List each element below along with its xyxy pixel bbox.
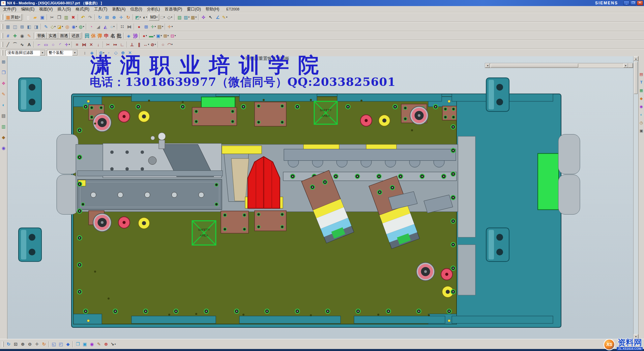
materials-icon[interactable]: ◆ [1, 134, 6, 140]
snap-settings-button[interactable]: # [4, 32, 11, 39]
constraints-button-dropdown[interactable]: ▾ [195, 16, 197, 19]
rotate-button[interactable]: ↻ [40, 341, 48, 348]
revolve-button[interactable]: ◎ [64, 23, 71, 30]
edge-display-button[interactable]: ◇▾ [166, 14, 173, 21]
show-hide-button[interactable]: ◉ [19, 32, 26, 39]
fit-view-button[interactable]: ⊞ [104, 14, 111, 21]
move-component-button-dropdown[interactable]: ▾ [155, 25, 156, 28]
menu-edit[interactable]: 编辑(E) [19, 6, 37, 12]
view-orient-button[interactable]: ↘▾ [110, 341, 117, 348]
layers-icon[interactable]: ▤ [1, 113, 6, 118]
expand-view-button[interactable]: ◧ [26, 23, 33, 30]
strip-layout-button-dropdown[interactable]: ▾ [154, 34, 155, 37]
color-swatch-button[interactable]: □▾ [159, 14, 166, 21]
scroll-up-button[interactable]: ▴ [634, 56, 638, 61]
orient-view-button-dropdown[interactable]: ▾ [140, 16, 141, 19]
undo-button[interactable]: ↶ [80, 14, 87, 21]
conic-button-dropdown[interactable]: ▾ [171, 43, 173, 46]
replace-button[interactable]: 替换 [35, 32, 47, 39]
die-design-button[interactable]: ●▾ [141, 32, 148, 39]
maximize-button[interactable]: ❐ [630, 1, 636, 5]
zoom-in-button[interactable]: ⊕ [19, 341, 26, 348]
face-translucency-button[interactable]: 面透 [58, 32, 70, 39]
front-view-button[interactable]: ◱ [50, 341, 57, 348]
window-layout-button[interactable]: ▦ [4, 23, 11, 30]
intersect-button[interactable]: ✕ [88, 41, 95, 48]
datum-plane-button-dropdown[interactable]: ▾ [54, 25, 56, 28]
snap-point-button[interactable]: ✜ [200, 14, 207, 21]
edge-blend-button[interactable]: ◔ [88, 23, 95, 30]
wcs-button[interactable]: ✛▾ [167, 23, 174, 30]
restore-view-button[interactable]: ◨ [33, 23, 40, 30]
rotate-view-button[interactable]: ↻ [125, 14, 132, 21]
point-button[interactable]: ✛▾ [64, 41, 71, 48]
menu-format[interactable]: 格式(R) [73, 6, 92, 12]
isometric-view-button[interactable]: ◆ [64, 341, 71, 348]
name-button[interactable]: 名 [110, 32, 116, 39]
menu-analysis[interactable]: 分析(L) [145, 6, 163, 12]
snapshot-button[interactable]: ▣ [81, 341, 88, 348]
reuse-library-icon[interactable]: ◆ [639, 96, 644, 101]
vertical-scroll-track[interactable] [634, 61, 638, 334]
cut-button[interactable]: ✂ [49, 14, 56, 21]
menu-insert[interactable]: 插入(S) [55, 6, 73, 12]
standard-parts-button-dropdown[interactable]: ▾ [168, 34, 169, 37]
graphics-viewport[interactable]: SAFETY AREA SAFETY AREA [7, 56, 633, 339]
pan-view-button[interactable]: ✛ [118, 14, 125, 21]
redo-button[interactable]: ↷ [87, 14, 94, 21]
perpendicular-button[interactable]: ⊥ [128, 41, 136, 48]
measure-button[interactable]: ∠ [214, 14, 221, 21]
menu-help[interactable]: 帮助(H) [203, 6, 222, 12]
edit-display-button[interactable]: ✎ [26, 32, 33, 39]
extrude-button[interactable]: ◪▾ [57, 23, 64, 30]
zoom-view-button[interactable]: ⊕ [111, 14, 118, 21]
profile-button[interactable]: ⌐ [35, 41, 42, 48]
selection-filter-arrow[interactable]: ▼ [40, 50, 45, 56]
insert-design-button[interactable]: ▣▾ [155, 32, 163, 39]
scroll-left-button[interactable]: ◂ [485, 63, 490, 68]
hole-button[interactable]: ◉▾ [71, 23, 78, 30]
locate-button[interactable]: ⊕ [103, 341, 110, 348]
project-button[interactable]: ↓ [95, 41, 102, 48]
minimize-button[interactable]: _ [623, 1, 630, 5]
point-button-dropdown[interactable]: ▾ [69, 43, 70, 46]
grid-button[interactable]: 田 [84, 32, 90, 39]
rectangle-button[interactable]: ▭ [42, 41, 50, 48]
trim-body-button[interactable]: ◭ [102, 23, 109, 30]
shell-button-dropdown[interactable]: ▾ [113, 25, 115, 28]
wcs-button-dropdown[interactable]: ▾ [172, 25, 173, 28]
mirror-feature-button[interactable]: ⋈ [126, 23, 133, 30]
new-button[interactable]: ▯ [25, 14, 32, 21]
selection-scope-button[interactable]: ↕ [81, 49, 88, 56]
annotate-button-dropdown[interactable]: ▾ [226, 16, 228, 19]
spline-button[interactable]: ∿ [19, 41, 26, 48]
color-swatch-button-dropdown[interactable]: ▾ [164, 16, 165, 19]
arrangements-button[interactable]: ▤▾ [157, 23, 164, 30]
refresh-view-button[interactable]: ↻ [96, 14, 104, 21]
paste-button[interactable]: ▥ [63, 14, 70, 21]
history-icon[interactable]: ◷ [639, 120, 644, 125]
start-button[interactable]: ▦开始▾ [4, 14, 22, 21]
interrupt-button[interactable]: ● [136, 23, 143, 30]
wave-link-button[interactable]: ▨▾ [183, 14, 190, 21]
wave-link-button-dropdown[interactable]: ▾ [188, 16, 189, 19]
fillet-button[interactable]: ◜ [57, 41, 64, 48]
split-view-button[interactable]: ◫ [11, 23, 19, 30]
fit-window-button[interactable]: ⊡ [12, 341, 19, 348]
die-design-button-dropdown[interactable]: ▾ [146, 34, 147, 37]
lighting-icon[interactable]: ◉ [1, 145, 6, 151]
selection-filter-dropdown[interactable]: 没有选择过滤器 ▼ [6, 50, 46, 56]
extrude-button-dropdown[interactable]: ▾ [62, 25, 63, 28]
edge-display-button-dropdown[interactable]: ▾ [171, 16, 172, 19]
top-view-button[interactable]: ◰ [57, 341, 64, 348]
view-orient-button-dropdown[interactable]: ▾ [115, 343, 116, 346]
spectrum-icon[interactable]: ▥ [1, 124, 6, 129]
selection-scope-arrow[interactable]: ▼ [72, 50, 78, 56]
offset-curve-button[interactable]: ≡ [74, 41, 81, 48]
titlebar[interactable]: ✦ NX 6 - Modeling - [XSQCJGUG60-0017.prt… [0, 0, 644, 6]
rest-button[interactable]: 休 [90, 32, 97, 39]
browser-icon[interactable]: ◐ [639, 112, 644, 117]
pan-button[interactable]: ✛ [33, 341, 40, 348]
menu-tools[interactable]: 工具(T) [92, 6, 110, 12]
cad-model-canvas[interactable]: SAFETY AREA SAFETY AREA [7, 56, 633, 339]
